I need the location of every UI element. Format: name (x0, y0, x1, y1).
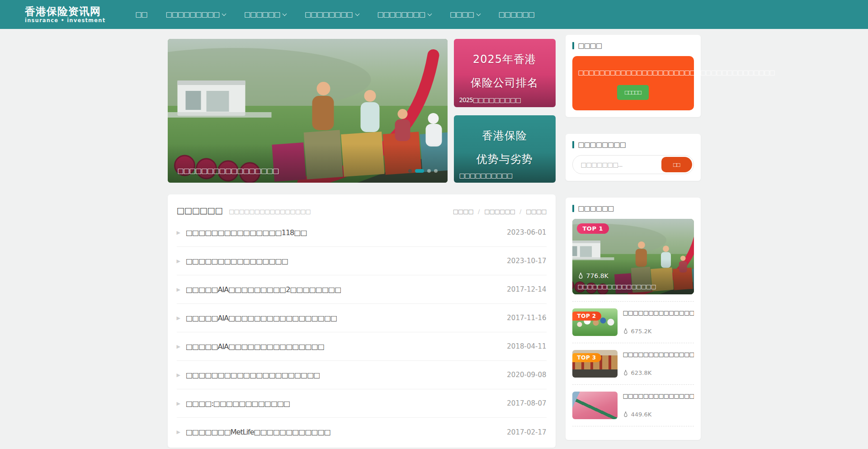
article-rows: ▶ □□□□□□□□□□□□□□□118□□ 2023-06-01 ▶ □□□□… (177, 218, 547, 446)
dashed-divider (572, 426, 694, 426)
hot-row-view-count: 623.8K (631, 369, 652, 376)
chevron-down-icon (476, 11, 481, 16)
article-date: 2018-04-11 (498, 342, 546, 350)
hot-row-info: □□□□□□□□□□□□□□ 675.2K (623, 308, 694, 336)
link-separator: / (478, 208, 480, 215)
carousel-dot[interactable] (427, 169, 431, 173)
carousel-dot[interactable] (434, 169, 438, 173)
banner-pros-cons[interactable]: 香港保险 优势与劣势 □□□□□□□□□□ (454, 115, 556, 183)
carousel-shade (168, 144, 448, 183)
top-nav-bar: 香港保险资讯网 insurance • investment □□ □□□□□□… (0, 0, 868, 29)
page-content: □□□□□□□□□□□□□□□□□ 2025年香港 保险公司排名 2025□□□… (168, 35, 701, 448)
article-date: 2017-11-16 (498, 314, 546, 322)
arrow-right-icon: ▶ (177, 344, 180, 350)
hot-row[interactable]: TOP 3 □□□□□□□□□□□□□□□□□□□□□2024□□ 623.8K (572, 350, 694, 378)
carousel-indicators (408, 169, 438, 173)
search-button[interactable]: □□ (661, 157, 692, 172)
chevron-down-icon (283, 11, 287, 16)
article-title: □□□□□□□MetLife□□□□□□□□□□□□ (186, 428, 330, 436)
arrow-right-icon: ▶ (177, 315, 180, 321)
nav-item-3[interactable]: □□□□□□□□ (305, 10, 359, 19)
article-filter-link[interactable]: □□□□□□ (484, 208, 515, 215)
hot-row-thumbnail: TOP 3 (572, 350, 618, 378)
hot-heading-label: □□□□□□ (578, 204, 614, 213)
hot-row[interactable]: □□□□□□□□□□□□□□□□□2024□11□□ 449.6K (572, 392, 694, 419)
article-filter-link[interactable]: □□□□ (453, 208, 473, 215)
article-title: □□□□□AIA□□□□□□□□□□□□□□□□□ (186, 314, 337, 322)
article-row[interactable]: ▶ □□□□□AIA□□□□□□□□□2□□□□□□□□ 2017-12-14 (177, 275, 547, 304)
article-row[interactable]: ▶ □□□□□AIA□□□□□□□□□□□□□□□ 2018-04-11 (177, 332, 547, 361)
hero-section: □□□□□□□□□□□□□□□□□ 2025年香港 保险公司排名 2025□□□… (168, 39, 556, 183)
article-title: □□□□□AIA□□□□□□□□□2□□□□□□□□ (186, 285, 341, 294)
search-heading: □□□□□□□□ (572, 141, 694, 149)
search-heading-label: □□□□□□□□ (578, 141, 626, 149)
consult-widget: □□□□ □□□□□□□□□□□□□□□□□□□□□□□□□□□□□□□□□□□… (566, 35, 701, 117)
hot-row-title: □□□□□□□□□□□□□□ (623, 309, 694, 316)
hot-top1-card[interactable]: TOP 1 776.8K □□□□□□□□□□□□□□□□ (572, 219, 694, 294)
article-title: □□□□□□□□□□□□□□□118□□ (186, 228, 307, 237)
chevron-down-icon (222, 11, 226, 16)
banner-text: 香港保险 优势与劣势 (454, 115, 556, 171)
arrow-right-icon: ▶ (177, 287, 180, 293)
accent-bar (572, 141, 574, 148)
article-row[interactable]: ▶ □□□□□□□□□□□□□□□□ 2023-10-17 (177, 247, 547, 275)
hot-row-view-count: 449.6K (631, 411, 652, 418)
article-row[interactable]: ▶ □□□□□□□□□□□□□□□□□□□□□ 2020-09-08 (177, 361, 547, 389)
article-list-header: □□□□□□ □□□□□□□□□□□□□□□□ □□□□ / □□□□□□ / … (177, 205, 547, 215)
nav-item-label: □□□□□□ (244, 10, 280, 19)
dashed-divider (572, 301, 694, 302)
search-input[interactable] (574, 161, 661, 169)
nav-item-label: □□□□ (450, 10, 474, 19)
nav-item-1[interactable]: □□□□□□□□□ (166, 10, 226, 19)
nav-item-5[interactable]: □□□□ (450, 10, 480, 19)
article-row[interactable]: ▶ □□□□□□□MetLife□□□□□□□□□□□□ 2017-02-17 (177, 418, 547, 446)
banner-2025-ranking[interactable]: 2025年香港 保险公司排名 2025□□□□□□□□□ (454, 39, 556, 107)
article-date: 2017-12-14 (498, 285, 546, 293)
article-title: □□□□□□□□□□□□□□□□□□□□□ (186, 371, 320, 379)
carousel-dot[interactable] (408, 169, 412, 173)
article-row[interactable]: ▶ □□□□□□□□□□□□□□□118□□ 2023-06-01 (177, 218, 547, 247)
hot-row-info: □□□□□□□□□□□□□□□□□2024□11□□ 449.6K (623, 392, 694, 419)
nav-item-2[interactable]: □□□□□□ (244, 10, 286, 19)
flame-icon (578, 272, 584, 279)
top1-caption: □□□□□□□□□□□□□□□□ (578, 283, 690, 290)
arrow-right-icon: ▶ (177, 230, 180, 236)
nav-item-4[interactable]: □□□□□□□□ (377, 10, 431, 19)
arrow-right-icon: ▶ (177, 401, 180, 406)
hot-heading: □□□□□□ (572, 204, 694, 213)
nav-item-6[interactable]: □□□□□□ (499, 10, 534, 19)
link-separator: / (519, 208, 521, 215)
site-logo[interactable]: 香港保险资讯网 insurance • investment (25, 5, 105, 24)
hot-row-thumbnail (572, 392, 618, 419)
main-column: □□□□□□□□□□□□□□□□□ 2025年香港 保险公司排名 2025□□□… (168, 35, 556, 448)
consult-box: □□□□□□□□□□□□□□□□□□□□□□□□□□□□□□□□□□□□□ □□… (572, 56, 694, 110)
carousel-caption[interactable]: □□□□□□□□□□□□□□□□□ (178, 167, 279, 175)
banner-caption: 2025□□□□□□□□□ (459, 96, 521, 104)
accent-bar (572, 42, 574, 49)
hot-row[interactable]: TOP 2 □□□□□□□□□□□□□□ 675.2K (572, 308, 694, 336)
banner-line2: 保险公司排名 (454, 71, 556, 95)
banner-line2: 优势与劣势 (454, 148, 556, 171)
hot-row-title: □□□□□□□□□□□□□□□□□2024□11□□ (623, 392, 694, 399)
top2-badge: TOP 2 (572, 312, 601, 321)
nav-item-home[interactable]: □□ (135, 10, 147, 19)
article-row[interactable]: ▶ □□□□□AIA□□□□□□□□□□□□□□□□□ 2017-11-16 (177, 304, 547, 332)
article-title: □□□□□□□□□□□□□□□□ (186, 257, 288, 265)
top1-views: 776.8K (578, 272, 609, 279)
nav-item-label: □□□□□□□□□ (166, 10, 220, 19)
hot-row-thumbnail: TOP 2 (572, 308, 618, 336)
article-filter-link[interactable]: □□□□ (526, 208, 546, 215)
consult-button[interactable]: □□□□□ (617, 85, 649, 100)
article-title: □□□□:□□□□□□□□□□□□ (186, 399, 290, 408)
carousel-dot-active[interactable] (415, 169, 424, 173)
top3-badge: TOP 3 (572, 353, 601, 362)
hero-carousel[interactable]: □□□□□□□□□□□□□□□□□ (168, 39, 448, 183)
search-widget: □□□□□□□□ □□ (566, 134, 701, 181)
arrow-right-icon: ▶ (177, 258, 180, 264)
article-title: □□□□□AIA□□□□□□□□□□□□□□□ (186, 342, 324, 351)
flame-icon (623, 411, 628, 418)
hot-row-views: 623.8K (623, 369, 694, 376)
logo-title: 香港保险资讯网 (25, 5, 105, 17)
article-row[interactable]: ▶ □□□□:□□□□□□□□□□□□ 2017-08-07 (177, 389, 547, 418)
accent-bar (572, 205, 574, 212)
